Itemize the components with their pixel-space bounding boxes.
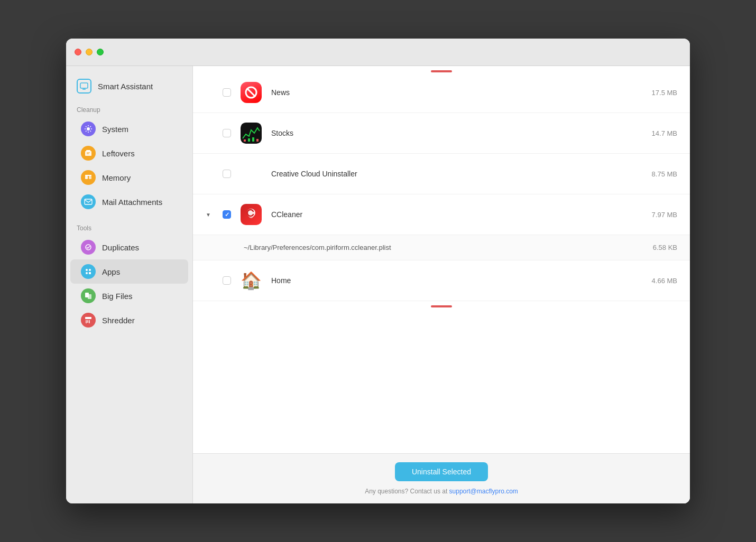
scroll-top-indicator [193, 66, 690, 72]
stocks-app-size: 14.7 MB [635, 129, 677, 137]
smart-assistant-label: Smart Assistant [98, 82, 153, 91]
svg-rect-26 [248, 138, 250, 142]
home-checkbox[interactable] [223, 276, 231, 285]
scroll-bottom-indicator [193, 301, 690, 307]
no-icon-placeholder [241, 163, 262, 184]
apps-list: News 17.5 MB [193, 72, 690, 453]
news-icon-container [239, 81, 263, 104]
cleanup-section-label: Cleanup [66, 102, 192, 117]
svg-rect-27 [252, 137, 254, 142]
ccleaner-plist-size: 6.58 KB [635, 244, 677, 251]
home-app-icon: 🏠 [241, 270, 262, 291]
svg-point-14 [89, 269, 91, 271]
sidebar-item-smart-assistant[interactable]: Smart Assistant [66, 74, 192, 102]
sidebar-item-system[interactable]: System [70, 117, 188, 141]
svg-rect-0 [80, 83, 88, 88]
stocks-checkbox[interactable] [223, 129, 231, 137]
ccleaner-expand-arrow[interactable]: ▼ [206, 212, 214, 218]
creative-cloud-checkbox[interactable] [223, 170, 231, 178]
mail-icon [81, 194, 96, 209]
support-email-link[interactable]: support@macflypro.com [449, 488, 518, 495]
sidebar-item-mail-attachments[interactable]: Mail Attachments [70, 190, 188, 214]
stocks-app-name: Stocks [271, 129, 626, 137]
svg-rect-11 [85, 199, 92, 204]
news-checkbox[interactable] [223, 88, 231, 97]
list-item: Creative Cloud Uninstaller 8.75 MB [193, 154, 690, 194]
footer: Uninstall Selected Any questions? Contac… [193, 453, 690, 503]
maximize-button[interactable] [97, 49, 104, 55]
sidebar: Smart Assistant Cleanup System [66, 66, 193, 503]
svg-point-15 [86, 272, 88, 274]
svg-rect-17 [88, 294, 91, 299]
svg-rect-18 [85, 317, 91, 319]
titlebar [66, 39, 690, 66]
sidebar-item-duplicates[interactable]: Duplicates [70, 235, 188, 259]
sidebar-item-big-files[interactable]: Big Files [70, 284, 188, 308]
sidebar-item-apps[interactable]: Apps [70, 259, 188, 284]
svg-rect-9 [89, 176, 91, 179]
system-icon [81, 122, 96, 136]
ccleaner-app-size: 7.97 MB [635, 211, 677, 219]
sidebar-item-apps-label: Apps [102, 267, 120, 276]
stocks-icon-container [239, 122, 263, 145]
footer-contact-text: Any questions? Contact us at support@mac… [365, 488, 518, 495]
app-window: Smart Assistant Cleanup System [66, 39, 690, 503]
sidebar-item-leftovers[interactable]: Leftovers [70, 141, 188, 165]
creative-cloud-app-size: 8.75 MB [635, 170, 677, 178]
tools-section-label: Tools [66, 220, 192, 235]
traffic-lights [75, 49, 104, 55]
home-app-name: Home [271, 276, 626, 285]
home-icon-container: 🏠 [239, 269, 263, 292]
sidebar-item-memory-label: Memory [102, 173, 131, 182]
leftovers-icon [81, 146, 96, 161]
svg-point-3 [87, 127, 90, 130]
smart-assistant-icon [77, 79, 91, 94]
sidebar-item-shredder-label: Shredder [102, 316, 135, 325]
sidebar-item-memory[interactable]: Memory [70, 165, 188, 190]
svg-point-13 [86, 269, 88, 271]
shredder-icon [81, 313, 96, 328]
home-app-size: 4.66 MB [635, 277, 677, 285]
apps-icon [81, 264, 96, 279]
svg-line-23 [247, 88, 255, 97]
ccleaner-icon-container [239, 203, 263, 226]
close-button[interactable] [75, 49, 81, 55]
minimize-button[interactable] [86, 49, 93, 55]
svg-rect-5 [86, 150, 90, 152]
stocks-app-icon [241, 123, 262, 144]
ccleaner-app-name: CCleaner [271, 210, 626, 219]
ccleaner-app-icon [241, 204, 262, 225]
sidebar-item-leftovers-label: Leftovers [102, 149, 135, 158]
list-item: ▼ CCleaner [193, 194, 690, 235]
bigfiles-icon [81, 288, 96, 303]
duplicates-icon [81, 240, 96, 255]
sidebar-item-bigfiles-label: Big Files [102, 292, 133, 301]
ccleaner-plist-path: ~/Library/Preferences/com.piriform.cclea… [244, 244, 626, 251]
creative-cloud-icon-container [239, 162, 263, 185]
news-app-size: 17.5 MB [635, 89, 677, 97]
list-item-sub: ~/Library/Preferences/com.piriform.cclea… [193, 235, 690, 260]
sidebar-item-system-label: System [102, 125, 128, 134]
sidebar-item-shredder[interactable]: Shredder [70, 308, 188, 332]
list-item: 🏠 Home 4.66 MB [193, 260, 690, 301]
list-item: Stocks 14.7 MB [193, 113, 690, 154]
news-app-name: News [271, 88, 626, 97]
uninstall-selected-button[interactable]: Uninstall Selected [395, 462, 488, 481]
sidebar-item-duplicates-label: Duplicates [102, 243, 139, 252]
main-content: News 17.5 MB [193, 66, 690, 503]
sidebar-item-mail-label: Mail Attachments [102, 198, 162, 207]
svg-rect-8 [85, 176, 88, 179]
news-app-icon [241, 82, 262, 103]
memory-icon [81, 170, 96, 185]
svg-rect-10 [85, 175, 91, 176]
svg-rect-25 [244, 139, 246, 142]
creative-cloud-app-name: Creative Cloud Uninstaller [271, 170, 626, 178]
ccleaner-checkbox[interactable] [223, 210, 231, 219]
app-body: Smart Assistant Cleanup System [66, 66, 690, 503]
svg-rect-28 [256, 139, 259, 142]
list-item: News 17.5 MB [193, 72, 690, 113]
